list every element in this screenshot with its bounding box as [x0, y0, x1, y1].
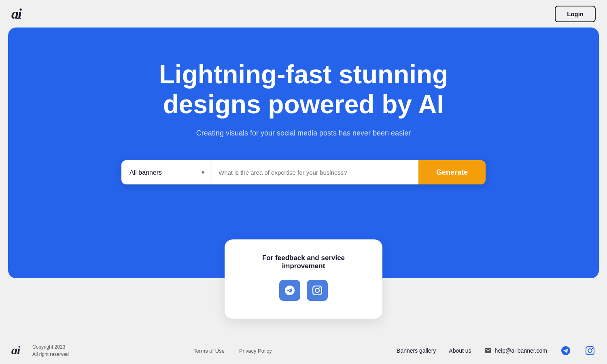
banner-select-wrapper: All bannersFacebookInstagramTwitterLinke… — [121, 160, 210, 184]
footer-center-links: Terms of Use Privacy Policy — [193, 348, 272, 354]
footer-logo: ai — [11, 343, 27, 358]
hero-section: Lightning-fast stunning designs powered … — [8, 28, 599, 278]
svg-text:ai: ai — [11, 343, 21, 357]
instagram-icon — [312, 286, 322, 295]
instagram-button[interactable] — [307, 280, 328, 301]
logo-text: ai — [11, 5, 29, 23]
email-icon — [484, 347, 492, 354]
svg-text:ai: ai — [11, 6, 22, 21]
hero-subtitle: Creating visuals for your social media p… — [196, 129, 411, 138]
footer-right: Banners gallery About us help@ai-banner.… — [397, 345, 596, 356]
footer-copyright: Copyright 2023 All right reserved — [32, 343, 69, 358]
telegram-icon — [285, 286, 295, 295]
footer: ai Copyright 2023 All right reserved Ter… — [0, 335, 607, 364]
footer-instagram-icon[interactable] — [584, 345, 596, 356]
footer-left: ai Copyright 2023 All right reserved — [11, 343, 69, 358]
footer-email: help@ai-banner.com — [484, 347, 547, 354]
generate-button[interactable]: Generate — [418, 160, 486, 184]
business-expertise-input[interactable] — [210, 160, 418, 184]
privacy-policy-link[interactable]: Privacy Policy — [239, 348, 272, 354]
feedback-card: For feedback and service improvement — [225, 239, 382, 319]
search-bar: All bannersFacebookInstagramTwitterLinke… — [121, 160, 486, 184]
about-us-link[interactable]: About us — [449, 347, 471, 354]
terms-of-use-link[interactable]: Terms of Use — [193, 348, 225, 354]
email-text: help@ai-banner.com — [495, 347, 547, 354]
banners-gallery-link[interactable]: Banners gallery — [397, 347, 436, 354]
social-icons-group — [249, 280, 358, 301]
logo: ai — [11, 5, 29, 23]
login-button[interactable]: Login — [555, 6, 596, 22]
feedback-title: For feedback and service improvement — [249, 254, 358, 270]
telegram-button[interactable] — [279, 280, 300, 301]
banner-type-select[interactable]: All bannersFacebookInstagramTwitterLinke… — [121, 160, 210, 184]
hero-title: Lightning-fast stunning designs powered … — [146, 60, 461, 119]
footer-telegram-icon[interactable] — [560, 345, 571, 356]
header: ai Login — [0, 0, 607, 28]
